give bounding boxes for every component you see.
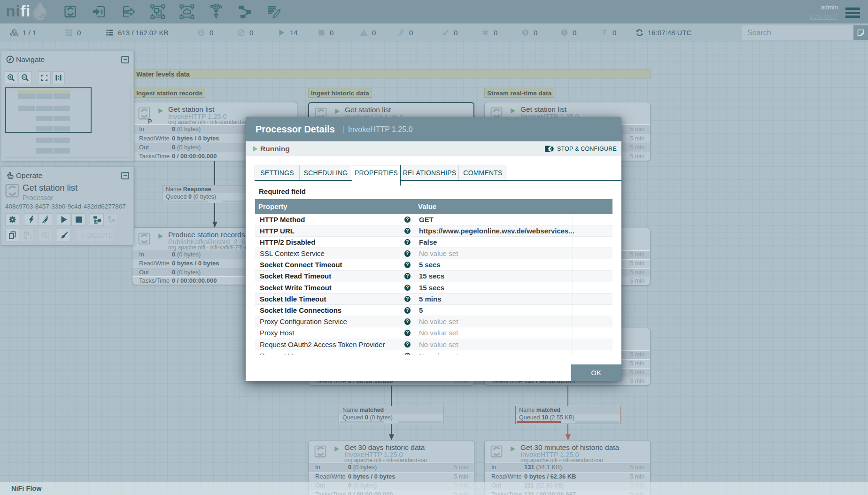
stat-row: Read/Write0 bytes / 0 bytes5 min [309,472,474,481]
help-icon[interactable]: ? [404,353,411,355]
status-connected-nodes-count: 1 / 1 [23,29,36,37]
zoom-in-button[interactable] [5,71,17,84]
flow-label-2[interactable]: Stream real-time data [484,88,554,98]
zoom-in-icon [7,74,15,82]
process-group-icon[interactable] [150,4,165,19]
stop-configure-label: STOP & CONFIGURE [557,146,617,152]
refresh-icon[interactable] [636,29,643,37]
stop-button[interactable] [71,213,85,226]
help-icon[interactable]: ? [404,228,411,234]
start-button[interactable] [57,213,71,226]
property-row[interactable]: Socket Idle Connections? 5 [255,305,612,316]
property-row[interactable]: Proxy Host? No value set [255,327,612,339]
selected-component-id: 408c9703-8457-33b0-9c4d-432dd6277807 [5,203,126,210]
property-row[interactable]: Socket Connect Timeout? 5 secs [255,259,612,271]
help-icon[interactable]: ? [404,296,411,302]
connection-label[interactable]: Name matched Queued 10 (2.55 KB) [515,406,620,424]
flow-status-bar: 1 / 10613 / 162.02 KB00140000000?0 16:07… [0,23,868,41]
property-value: https://www.pegelonline.wsv.de/webservic… [414,225,573,236]
copy-icon [8,231,16,239]
zoom-fit-button[interactable] [38,71,51,84]
help-icon[interactable]: ? [404,330,411,336]
copy-button[interactable] [5,229,19,241]
birdseye-minimap[interactable] [5,87,131,158]
breadcrumb[interactable]: NiFi Flow [0,482,868,495]
bulletin-board-button[interactable] [853,25,868,40]
primary-node-badge: P [148,118,152,125]
dialog-title: Processor Details [256,117,335,141]
birdseye-viewport[interactable] [5,87,92,133]
property-row[interactable]: HTTP URL? https://www.pegelonline.wsv.de… [255,225,612,237]
nifi-drop-icon [31,1,48,20]
configure-button[interactable] [5,213,19,226]
connection-arrow-icon [212,222,217,227]
search-input[interactable] [742,25,853,40]
revert-version-button[interactable] [104,213,118,226]
help-icon[interactable]: ? [404,307,411,314]
tab-relationships[interactable]: RELATIONSHIPS [400,165,459,180]
navigate-palette: Navigate [1,51,134,161]
help-icon[interactable]: ? [404,239,411,246]
group-button[interactable] [38,229,52,241]
backpressure-object-bar [163,201,208,202]
property-row[interactable]: Request Username? No value set [255,350,612,355]
check-icon [442,29,450,37]
ok-button[interactable]: OK [571,364,621,381]
tab-properties[interactable]: PROPERTIES [352,165,401,186]
status-up-to-date-versioned-count: 0 [454,29,457,37]
property-row[interactable]: SSL Context Service? No value set [255,248,612,259]
property-row[interactable]: Socket Read Timeout? 15 secs [255,271,612,282]
status-not-transmitting-remote-groups: 0 [237,23,253,41]
help-icon[interactable]: ? [404,273,411,279]
help-icon[interactable]: ? [404,318,411,325]
disable-button[interactable] [38,213,52,226]
tab-scheduling[interactable]: SCHEDULING [299,165,352,180]
flow-label-1[interactable]: Ingest historic data [308,88,372,98]
savever-icon [93,216,101,224]
help-icon[interactable]: ? [404,285,411,291]
zoom-actual-button[interactable] [52,71,65,84]
property-row[interactable]: Proxy Configuration Service? No value se… [255,316,612,327]
label-icon[interactable] [267,4,282,19]
run-status-icon [510,446,516,452]
flow-label-0[interactable]: Ingest station records [133,88,205,98]
help-icon[interactable]: ? [404,262,411,268]
save-version-button[interactable] [90,213,104,226]
property-row[interactable]: HTTP/2 Disabled? False [255,237,612,248]
help-icon[interactable]: ? [404,250,411,257]
property-row[interactable]: HTTP Method? GET [255,214,612,225]
collapse-operate-button[interactable] [121,172,129,179]
status-transmitting-remote-groups-count: 0 [209,29,213,37]
tab-settings[interactable]: SETTINGS [255,165,300,180]
flow-label-water-levels[interactable]: Water levels data [133,70,651,78]
status-stale-versioned-count: 0 [534,29,537,37]
color-button[interactable] [57,229,71,241]
breadcrumb-root[interactable]: NiFi Flow [11,485,41,492]
tab-comments[interactable]: COMMENTS [458,165,507,180]
cluster-icon [10,29,18,37]
connection-label[interactable]: Name matched Queued 0 (0 bytes) [339,406,444,424]
output-port-icon[interactable] [121,4,136,19]
value-column-header: Value [414,199,573,214]
zoom-out-button[interactable] [19,71,31,84]
status-not-transmitting-remote-groups-count: 0 [249,29,253,37]
help-icon[interactable]: ? [404,217,411,223]
property-row[interactable]: Request OAuth2 Access Token Provider? No… [255,339,612,350]
logout-link[interactable]: LOG OUT [810,14,838,20]
processor-icon[interactable] [63,4,78,19]
template-icon[interactable] [238,4,253,19]
property-row[interactable]: Socket Write Timeout? 15 secs [255,282,612,294]
remote-process-group-icon[interactable] [179,4,194,19]
stop-and-configure-button[interactable]: STOP & CONFIGURE [545,141,617,156]
collapse-navigate-button[interactable] [121,56,129,63]
property-row[interactable]: Socket Idle Timeout? 5 mins [255,294,612,305]
help-icon[interactable]: ? [404,341,411,348]
enable-button[interactable] [24,213,38,226]
global-menu-icon[interactable] [845,8,860,20]
status-refresh[interactable]: 16:07:48 UTC [636,23,691,41]
delete-button[interactable]: DELETE [76,229,113,241]
input-port-icon[interactable] [92,4,107,19]
funnel-icon[interactable] [209,4,224,19]
property-value: 15 secs [414,271,573,281]
paste-button[interactable] [20,229,34,241]
